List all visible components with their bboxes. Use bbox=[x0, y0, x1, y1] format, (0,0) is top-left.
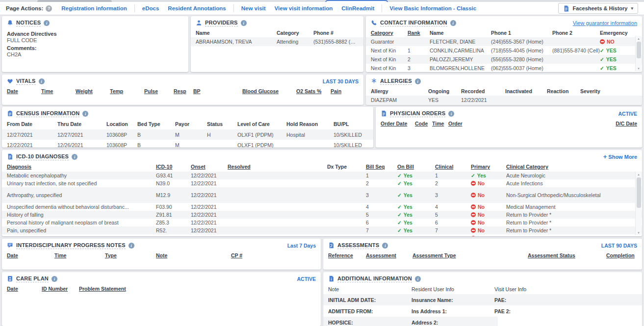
panel-title: ICD-10 DIAGNOSES bbox=[16, 153, 69, 160]
column-header[interactable]: Time bbox=[54, 252, 105, 258]
link-new-visit[interactable]: New visit bbox=[241, 5, 266, 11]
scrollbar[interactable]: ▲ ▼ bbox=[635, 172, 642, 235]
column-header[interactable]: ICD-10 bbox=[156, 164, 191, 170]
table-row[interactable]: Next of Kin 1 CONKLIN,CARMELINA (718)555… bbox=[366, 46, 642, 55]
column-header: Status bbox=[207, 121, 237, 127]
info-icon[interactable]: i bbox=[52, 276, 57, 282]
info-icon[interactable]: i bbox=[82, 111, 88, 117]
column-header: Visit User Info bbox=[494, 286, 637, 292]
column-header[interactable]: Problem Statement bbox=[79, 286, 316, 292]
column-header[interactable]: Date bbox=[7, 252, 54, 258]
info-icon[interactable]: i bbox=[450, 20, 456, 26]
contact-table-header: Category Rank Name Phone 1 Phone 2 Emerg… bbox=[366, 28, 642, 37]
table-row[interactable]: Guarantor FLETCHER, DIANE (246)555-3567 … bbox=[366, 37, 642, 46]
table-row[interactable]: Arthropathy, unspecified M12.9 12/22/202… bbox=[2, 187, 642, 203]
info-icon[interactable]: i bbox=[129, 243, 134, 249]
plus-icon: + bbox=[603, 153, 607, 160]
link-edocs[interactable]: eDocs bbox=[142, 5, 159, 11]
link-registration-information[interactable]: Registration information bbox=[61, 5, 127, 11]
column-header: Inactivated bbox=[505, 88, 547, 94]
column-header[interactable]: Temp bbox=[110, 88, 144, 94]
column-header[interactable]: CP # bbox=[231, 252, 316, 258]
show-more-button[interactable]: +Show More bbox=[603, 153, 637, 160]
column-header[interactable]: Blood Glucose bbox=[242, 88, 296, 94]
column-header[interactable]: Time bbox=[41, 88, 76, 94]
column-header[interactable]: Primary bbox=[471, 164, 506, 170]
column-header[interactable]: Note bbox=[156, 252, 231, 258]
column-header[interactable]: Diagnosis bbox=[7, 164, 156, 170]
column-header[interactable]: Assessment bbox=[366, 252, 412, 258]
column-header[interactable]: BP bbox=[193, 88, 242, 94]
column-header[interactable]: Order bbox=[448, 121, 609, 126]
table-row[interactable]: Urinary tract infection, site not specif… bbox=[2, 179, 642, 187]
table-row[interactable]: Unspecified dementia without behavioral … bbox=[2, 203, 642, 211]
column-header[interactable]: Pulse bbox=[144, 88, 174, 94]
table-row[interactable]: Metabolic encephalopathy G93.41 12/22/20… bbox=[2, 172, 642, 179]
primary-status: No bbox=[471, 227, 506, 233]
column-header[interactable]: O2 Sats % bbox=[296, 88, 331, 94]
scrollbar-thumb[interactable] bbox=[637, 42, 641, 58]
on-bill-status: ✓Yes bbox=[397, 235, 435, 236]
divider bbox=[134, 4, 135, 12]
table-row[interactable]: Pain, unspecified R52. 12/22/2021 7 ✓Yes… bbox=[2, 226, 642, 234]
column-header[interactable]: Resp bbox=[174, 88, 193, 94]
column-header[interactable]: D/C Date bbox=[616, 121, 637, 126]
scroll-up-icon[interactable]: ▲ bbox=[636, 172, 642, 177]
info-icon[interactable]: i bbox=[44, 20, 50, 26]
table-row[interactable]: 12/27/2021 12/27/2021 103608P B M H OLXF… bbox=[2, 129, 373, 140]
scrollbar-thumb[interactable] bbox=[637, 177, 641, 208]
column-header[interactable]: Onset bbox=[191, 164, 228, 170]
column-header[interactable]: Order Date bbox=[381, 121, 415, 126]
column-header[interactable]: Clinical Category bbox=[506, 164, 633, 170]
table-row[interactable]: History of falling Z91.81 12/22/2021 5 ✓… bbox=[2, 211, 642, 219]
column-header[interactable]: Clinical bbox=[435, 164, 471, 170]
column-header[interactable]: Rank bbox=[408, 30, 430, 36]
link-view-basic-information-classic[interactable]: View Basic Information - Classic bbox=[389, 5, 476, 11]
info-icon[interactable]: i bbox=[415, 276, 421, 282]
info-icon[interactable]: i bbox=[448, 111, 454, 117]
table-row[interactable]: Personal history of malignant neoplasm o… bbox=[2, 219, 642, 226]
column-header[interactable]: Date bbox=[7, 88, 41, 94]
column-header[interactable]: Assessment Status bbox=[528, 252, 606, 258]
scroll-down-icon[interactable]: ▼ bbox=[636, 230, 642, 235]
facesheets-history-button[interactable]: Facesheets & History ▾ bbox=[558, 3, 638, 14]
column-header[interactable]: Bill Seq bbox=[366, 164, 397, 170]
primary-status: ✓Yes bbox=[471, 173, 506, 178]
column-header[interactable]: Reference bbox=[328, 252, 366, 258]
info-icon[interactable]: i bbox=[72, 154, 77, 160]
table-row[interactable]: Next of Kin 3 BLOMGREN,HOLLENE (062)555-… bbox=[366, 64, 642, 72]
scroll-up-icon[interactable]: ▲ bbox=[636, 36, 642, 41]
column-header[interactable]: On Bill bbox=[397, 164, 435, 170]
column-header[interactable]: Time bbox=[432, 121, 448, 126]
column-header[interactable]: Type bbox=[105, 252, 156, 258]
help-icon[interactable]: ? bbox=[46, 5, 52, 12]
table-row[interactable]: Dysphagia, unspecified R13.10 12/22/2021… bbox=[2, 234, 642, 236]
column-header[interactable]: Weight bbox=[76, 88, 110, 94]
info-icon[interactable]: i bbox=[241, 20, 247, 26]
column-header[interactable]: Code bbox=[415, 121, 432, 126]
info-icon[interactable]: i bbox=[382, 243, 388, 249]
column-header[interactable]: Pain bbox=[331, 88, 359, 94]
table-row[interactable]: 12/22/2021 12/26/2021 103608P B M OLXF1 … bbox=[2, 140, 373, 148]
column-header[interactable]: Date bbox=[7, 286, 42, 292]
column-header[interactable]: Assessment Type bbox=[412, 252, 528, 258]
column-header[interactable]: ID Number bbox=[42, 286, 79, 292]
care-plan-table-header: Date ID Number Problem Statement bbox=[2, 284, 321, 293]
info-icon[interactable]: i bbox=[415, 78, 421, 84]
column-header[interactable]: Completion bbox=[606, 252, 637, 258]
link-clinreadmit[interactable]: ClinReadmit bbox=[341, 5, 374, 11]
scroll-down-icon[interactable]: ▼ bbox=[636, 66, 642, 71]
link-view-visit-information[interactable]: View visit information bbox=[275, 5, 333, 11]
scrollbar[interactable]: ▲ ▼ bbox=[635, 36, 642, 71]
column-header: Name bbox=[196, 30, 277, 36]
column-header[interactable]: Resolved bbox=[228, 164, 327, 170]
table-row[interactable]: Next of Kin 2 PALOZZI,JEREMY (556)555-32… bbox=[366, 55, 642, 64]
view-guarantor-information-link[interactable]: View guarantor information bbox=[573, 20, 637, 26]
column-header: From Date bbox=[7, 121, 57, 127]
link-resident-annotations[interactable]: Resident Annotations bbox=[168, 5, 226, 11]
info-icon[interactable]: i bbox=[39, 78, 45, 84]
column-header[interactable]: Category bbox=[371, 30, 408, 36]
panel-title: ALLERGIES bbox=[380, 78, 412, 85]
table-row[interactable]: DIAZEPAM YES 12/22/2021 bbox=[366, 96, 642, 104]
table-row[interactable]: ABRAHAMSON, TREVA Attending (531)555-888… bbox=[191, 37, 363, 46]
